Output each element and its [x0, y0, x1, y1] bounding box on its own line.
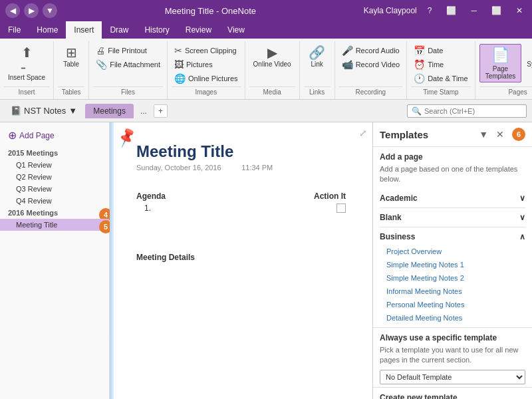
template-detailed-meeting[interactable]: Detailed Meeting Notes [373, 311, 532, 325]
screen-clipping-icon: ✂ [174, 45, 182, 56]
date-label: Date [428, 47, 443, 55]
ribbon-group-tables: ⊞ Table Tables [54, 41, 89, 99]
insert-space-label: Insert Space [8, 74, 45, 81]
insert-space-icon: ⬆━ [21, 46, 33, 72]
minimize-button[interactable]: ─ [467, 5, 481, 17]
online-pictures-label: Online Pictures [188, 74, 238, 82]
template-personal-meeting[interactable]: Personal Meeting Notes [373, 298, 532, 311]
maximize-button[interactable]: ⬜ [487, 5, 505, 17]
file-attachment-icon: 📎 [96, 59, 107, 70]
more-tabs-button[interactable]: ... [136, 104, 151, 118]
quick-access-button[interactable]: ▼ [43, 3, 57, 18]
page-q3-review[interactable]: Q3 Review [0, 183, 109, 195]
agenda-item-1: 1. [144, 203, 151, 213]
tab-draw[interactable]: Draw [102, 21, 136, 39]
record-video-label: Record Video [356, 61, 400, 68]
file-attachment-label: File Attachment [110, 61, 160, 68]
time-icon: ⏰ [414, 59, 425, 70]
record-audio-label: Record Audio [356, 47, 400, 55]
notebook-bar: 📓 NST Notes ▼ Meetings ... + 🔍 [0, 100, 532, 122]
media-group-label: Media [249, 86, 295, 98]
date-icon: 📅 [414, 45, 425, 56]
record-video-icon: 📹 [342, 59, 353, 70]
page-meeting-title[interactable]: Meeting Title 5 [0, 219, 109, 231]
category-blank-chevron: ∨ [519, 213, 525, 222]
template-project-overview[interactable]: Project Overview [373, 245, 532, 258]
panel-header: Templates ▼ ✕ 6 [373, 122, 532, 147]
tab-view[interactable]: View [219, 21, 253, 39]
page-list: ⊕ Add Page 2015 Meetings Q1 Review Q2 Re… [0, 122, 110, 399]
close-window-button[interactable]: ✕ [512, 5, 527, 17]
ribbon-tabs: File Home Insert Draw History Review Vie… [0, 21, 532, 39]
ribbon-group-insert: ⬆━ Insert Space Insert [0, 41, 54, 99]
tab-file[interactable]: File [0, 21, 29, 39]
ribbon-group-timestamp: 📅 Date ⏰ Time 🕐 Date & Time Time Stamp [407, 41, 475, 99]
link-icon: 🔗 [309, 46, 325, 59]
screen-clipping-label: Screen Clipping [185, 47, 237, 55]
tab-home[interactable]: Home [29, 21, 66, 39]
link-button[interactable]: 🔗 Link [304, 44, 331, 70]
meeting-details-header: Meeting Details [136, 253, 346, 262]
record-video-button[interactable]: 📹 Record Video [339, 58, 402, 71]
template-dropdown[interactable]: No Default Template [380, 370, 525, 384]
panel-collapse-button[interactable]: ▼ [476, 128, 491, 141]
help-button[interactable]: ? [424, 5, 436, 17]
add-page-label: Add Page [19, 131, 55, 140]
category-blank[interactable]: Blank ∨ [373, 209, 532, 225]
tab-history[interactable]: History [136, 21, 177, 39]
add-section-button[interactable]: + [154, 104, 168, 118]
files-group-label: Files [93, 86, 163, 98]
tab-insert[interactable]: Insert [66, 21, 102, 39]
add-page-icon: ⊕ [8, 129, 17, 142]
record-audio-button[interactable]: 🎤 Record Audio [339, 44, 402, 57]
notebook-selector[interactable]: 📓 NST Notes ▼ [5, 103, 82, 118]
panel-close-button[interactable]: ✕ [493, 128, 507, 141]
create-template-section: Create new template Save current page as… [373, 387, 532, 399]
window-title: Meeting Title - OneNote [165, 6, 256, 16]
file-attachment-button[interactable]: 📎 File Attachment [93, 58, 163, 71]
action-checkbox-1[interactable] [336, 203, 346, 213]
restore-button[interactable]: ⬜ [442, 5, 460, 17]
page-q2-review[interactable]: Q2 Review [0, 171, 109, 183]
agenda-row-1: 1. [136, 203, 346, 213]
template-informal-meeting[interactable]: Informal Meeting Notes [373, 285, 532, 298]
back-button[interactable]: ◀ [5, 3, 20, 18]
date-button[interactable]: 📅 Date [411, 44, 471, 57]
agenda-label: Agenda [136, 192, 166, 201]
template-simple-meeting-1[interactable]: Simple Meeting Notes 1 [373, 258, 532, 271]
search-box[interactable]: 🔍 [407, 104, 527, 118]
screen-clipping-button[interactable]: ✂ Screen Clipping [172, 44, 241, 57]
file-printout-button[interactable]: 🖨 File Printout [93, 44, 163, 57]
images-group-label: Images [172, 86, 241, 98]
page-templates-button[interactable]: 📄 PageTemplates [479, 44, 522, 82]
note-agenda-header: Agenda Action It [136, 185, 346, 203]
section-2016[interactable]: 2016 Meetings 4 [0, 207, 109, 219]
template-simple-meeting-2[interactable]: Simple Meeting Notes 2 [373, 271, 532, 285]
pictures-button[interactable]: 🖼 Pictures [172, 58, 241, 71]
notebook-icon: 📓 [11, 106, 21, 116]
category-business[interactable]: Business ∧ [373, 229, 532, 245]
search-icon: 🔍 [412, 106, 422, 116]
title-bar-right: Kayla Claypool ? ⬜ ─ ⬜ ✕ [364, 5, 527, 17]
section-tab-meetings[interactable]: Meetings [85, 104, 134, 118]
page-q1-review[interactable]: Q1 Review [0, 159, 109, 171]
record-audio-icon: 🎤 [342, 45, 353, 56]
tab-review[interactable]: Review [178, 21, 219, 39]
forward-button[interactable]: ▶ [24, 3, 39, 18]
add-page-button[interactable]: ⊕ Add Page [0, 126, 109, 144]
table-button[interactable]: ⊞ Table [58, 44, 84, 70]
online-video-button[interactable]: ▶ Online Video [249, 44, 295, 70]
date-time-icon: 🕐 [414, 73, 425, 84]
expand-note-button[interactable]: ⤢ [359, 128, 367, 138]
category-blank-label: Blank [380, 213, 402, 222]
recording-group-label: Recording [339, 86, 402, 98]
date-time-button[interactable]: 🕐 Date & Time [411, 72, 471, 85]
section-2015[interactable]: 2015 Meetings [0, 147, 109, 159]
insert-space-button[interactable]: ⬆━ Insert Space [4, 44, 49, 83]
search-input[interactable] [424, 107, 522, 115]
online-pictures-button[interactable]: 🌐 Online Pictures [172, 72, 241, 85]
category-academic[interactable]: Academic ∨ [373, 190, 532, 206]
page-q4-review[interactable]: Q4 Review [0, 195, 109, 207]
time-button[interactable]: ⏰ Time [411, 58, 471, 71]
symbols-button[interactable]: Ω Symbols [523, 44, 532, 70]
